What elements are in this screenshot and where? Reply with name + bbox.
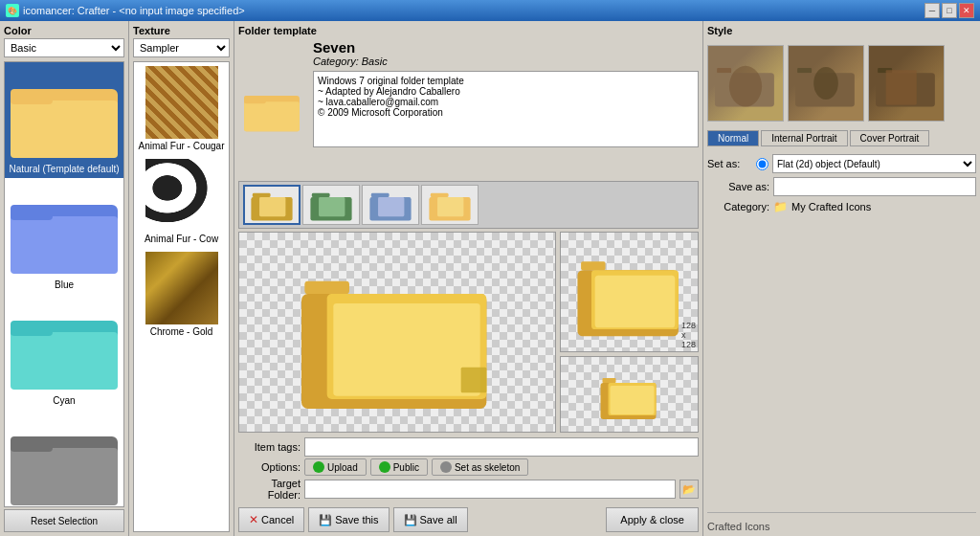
- texture-list: Animal Fur - Cougar Animal Fur - Cow Chr…: [133, 61, 230, 532]
- svg-rect-36: [603, 378, 616, 383]
- category-label: Category:: [707, 201, 769, 212]
- variant-item-4[interactable]: [421, 185, 479, 225]
- minimize-button[interactable]: ─: [924, 3, 940, 18]
- svg-rect-2: [11, 89, 53, 104]
- skeleton-dot: [440, 461, 452, 473]
- style-preview-internal: [795, 53, 857, 114]
- item-tags-input[interactable]: [304, 437, 699, 457]
- texture-item-cougar[interactable]: Animal Fur - Cougar: [134, 62, 229, 155]
- main-preview-icon: [301, 251, 493, 413]
- template-info: Seven Category: Basic Windows 7 original…: [313, 39, 699, 178]
- target-folder-browse-button[interactable]: 📂: [679, 480, 699, 499]
- texture-thumb-cougar: [145, 66, 218, 139]
- style-thumbnails: [707, 40, 976, 126]
- side-preview: 128x128: [560, 232, 699, 433]
- variant-icon-4: [425, 188, 475, 222]
- options-buttons: Upload Public Set as skeleton: [304, 458, 528, 476]
- upload-label: Upload: [327, 462, 358, 473]
- svg-rect-32: [581, 261, 605, 270]
- style-thumb-normal[interactable]: [707, 45, 784, 122]
- color-item-cyan[interactable]: Cyan: [5, 294, 123, 410]
- variant-item-3[interactable]: [362, 185, 419, 225]
- texture-item-cow[interactable]: Animal Fur - Cow: [134, 155, 229, 248]
- side-preview-top-icon: [577, 244, 682, 340]
- folder-template-header: Folder template: [238, 25, 699, 36]
- texture-panel-label: Texture: [133, 25, 230, 36]
- tab-internal-portrait[interactable]: Internal Portrait: [761, 130, 847, 146]
- style-tabs: Normal Internal Portrait Cover Portrait: [707, 130, 976, 146]
- save-as-row: Save as:: [707, 177, 976, 196]
- options-row: Options: Upload Public Set as skeleton: [238, 458, 699, 476]
- svg-rect-35: [594, 276, 675, 328]
- texture-select[interactable]: Sampler: [133, 38, 230, 57]
- style-thumb-internal[interactable]: [788, 45, 864, 122]
- texture-item-gold[interactable]: Chrome - Gold: [134, 248, 229, 341]
- texture-thumb-cow: [145, 159, 218, 232]
- variant-icon-1: [247, 188, 297, 222]
- svg-rect-13: [244, 101, 300, 131]
- skeleton-label: Set as skeleton: [455, 462, 520, 473]
- color-item-gray[interactable]: [5, 410, 123, 507]
- apply-close-button[interactable]: Apply & close: [606, 507, 699, 532]
- set-as-select[interactable]: Flat (2d) object (Default): [772, 154, 976, 173]
- set-as-label: Set as:: [707, 158, 750, 169]
- svg-rect-10: [11, 448, 118, 505]
- template-area: Seven Category: Basic Windows 7 original…: [238, 39, 699, 178]
- save-as-input[interactable]: [773, 177, 976, 196]
- item-tags-label: Item tags:: [238, 441, 301, 453]
- public-dot: [379, 461, 390, 473]
- svg-rect-8: [11, 321, 53, 336]
- crafted-icons-label: Crafted Icons: [707, 512, 976, 532]
- category-folder-icon: 📁: [773, 200, 788, 213]
- folder-icon-gray: [7, 413, 122, 507]
- svg-rect-17: [259, 197, 285, 216]
- upload-button[interactable]: Upload: [304, 458, 367, 476]
- color-item-blue[interactable]: Blue: [5, 178, 123, 294]
- color-label-blue: Blue: [55, 279, 74, 290]
- target-folder-label: Target Folder:: [238, 478, 301, 501]
- save-all-button[interactable]: 💾 Save all: [393, 507, 468, 532]
- svg-rect-30: [333, 303, 479, 396]
- public-button[interactable]: Public: [370, 458, 428, 476]
- target-folder-input[interactable]: [304, 480, 676, 499]
- color-panel: Color Basic Natural (Template default): [0, 21, 129, 536]
- flat-radio[interactable]: [756, 158, 768, 170]
- svg-rect-7: [11, 332, 118, 390]
- set-as-row: Set as: Flat (2d) object (Default): [707, 154, 976, 173]
- window-title: icomancer: Crafter - <no input image spe…: [23, 5, 245, 16]
- texture-panel: Texture Sampler Animal Fur - Cougar Anim…: [129, 21, 234, 536]
- category-value: My Crafted Icons: [791, 201, 871, 212]
- variant-icon-2: [306, 188, 356, 222]
- variant-item-2[interactable]: [302, 185, 360, 225]
- svg-rect-5: [11, 205, 53, 220]
- item-tags-row: Item tags:: [238, 437, 699, 457]
- color-panel-label: Color: [4, 25, 124, 36]
- save-this-button[interactable]: 💾 Save this: [308, 507, 389, 532]
- save-this-label: Save this: [335, 514, 378, 525]
- cancel-button[interactable]: ✕ Cancel: [238, 507, 304, 532]
- main-preview: [238, 232, 556, 433]
- color-select[interactable]: Basic: [4, 38, 124, 57]
- close-button[interactable]: ✕: [959, 3, 974, 18]
- reset-selection-button[interactable]: Reset Selection: [4, 509, 124, 532]
- center-panel: Folder template Seven Category: Basic Wi…: [234, 21, 702, 536]
- maximize-button[interactable]: □: [942, 3, 957, 18]
- skeleton-button[interactable]: Set as skeleton: [432, 458, 528, 476]
- size-label-top: 128x128: [681, 321, 696, 349]
- tab-normal[interactable]: Normal: [707, 130, 759, 146]
- texture-label-cougar: Animal Fur - Cougar: [138, 141, 224, 151]
- texture-thumb-gold: [145, 252, 218, 324]
- save-all-icon: 💾: [404, 514, 417, 526]
- svg-rect-18: [312, 193, 330, 197]
- color-item-natural[interactable]: Natural (Template default): [5, 62, 123, 178]
- style-thumb-cover[interactable]: [868, 45, 945, 122]
- variant-item-1[interactable]: [243, 185, 301, 225]
- folder-icon-cyan: [7, 298, 122, 393]
- tab-cover-portrait[interactable]: Cover Portrait: [850, 130, 930, 146]
- svg-rect-11: [11, 436, 53, 452]
- target-folder-row: Target Folder: 📂: [238, 478, 699, 501]
- template-name: Seven: [313, 39, 699, 56]
- svg-rect-24: [431, 193, 449, 197]
- cancel-icon: ✕: [249, 513, 258, 526]
- action-bar: ✕ Cancel 💾 Save this 💾 Save all Apply & …: [238, 503, 699, 532]
